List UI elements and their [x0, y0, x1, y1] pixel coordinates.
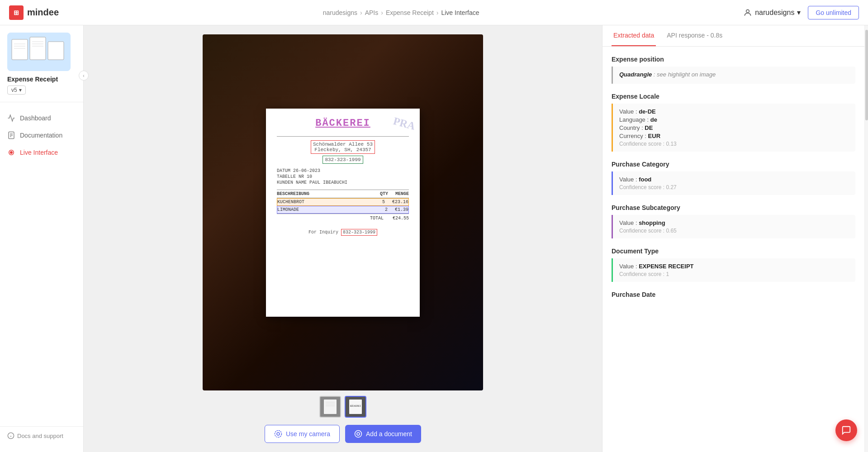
address-highlight: Schönwalder Allee 53 Fleckeby, SH, 24357: [311, 140, 375, 154]
locale-confidence: Confidence score : 0.13: [619, 141, 849, 147]
sidebar-item-dashboard[interactable]: Dashboard: [0, 109, 83, 127]
purchase-subcategory-title: Purchase Subcategory: [612, 204, 855, 211]
svg-rect-2: [12, 39, 28, 60]
item2-price: €1.39: [395, 207, 408, 212]
receipt-total: TOTAL €24.55: [277, 214, 409, 223]
expense-locale-title: Expense Locale: [612, 93, 855, 100]
col-beschreibung: BESCHREIBUNG: [277, 191, 309, 196]
version-label: v5: [11, 87, 17, 93]
item1-name: KUCHENBROT: [277, 200, 304, 205]
item2-name: LIMONADE: [277, 207, 299, 212]
main-layout: ‹ Expense Receipt v5: [0, 25, 868, 452]
thumbnail-2[interactable]: BÄCKEREI: [345, 396, 366, 418]
docs-support-link[interactable]: Docs and support: [7, 432, 76, 439]
svg-rect-4: [48, 42, 64, 60]
subcategory-value: Value : shopping: [619, 219, 849, 226]
expense-position-card: Quadrangle : see highlight on image: [612, 67, 855, 84]
expense-locale-card: Value : de-DE Language : de Country : DE…: [612, 104, 855, 152]
receipt-footer: For Inquiry 832-323-1999: [277, 230, 409, 235]
breadcrumb-sep-3: ›: [436, 9, 439, 16]
tab-api-response[interactable]: API response - 0.8s: [665, 25, 724, 46]
thumb-2-image: BÄCKEREI: [346, 397, 365, 417]
category-confidence: Confidence score : 0.27: [619, 184, 849, 190]
svg-rect-21: [324, 400, 337, 414]
header: ⊞ mindee narudesigns › APIs › Expense Re…: [0, 0, 868, 25]
category-value: Value : food: [619, 176, 849, 183]
image-thumbnails: BÄCKEREI: [319, 396, 366, 418]
breadcrumb-live-interface: Live Interface: [441, 9, 479, 16]
breadcrumb-expense-receipt[interactable]: Expense Receipt: [386, 9, 434, 16]
item1-qty: 5: [382, 200, 385, 205]
image-viewer: PRA BÄCKEREI Schönwalder Allee 53 Flecke…: [84, 25, 602, 452]
pra-stamp: PRA: [392, 115, 417, 133]
svg-point-31: [357, 433, 360, 435]
sidebar-footer: Docs and support: [0, 426, 83, 445]
phone-highlight: 832-323-1999: [323, 156, 363, 164]
section-document-type: Document Type Value : EXPENSE RECEIPT Co…: [612, 247, 855, 282]
panel-tabs: Extracted data API response - 0.8s: [602, 25, 864, 47]
use-camera-button[interactable]: Use my camera: [265, 425, 340, 443]
receipt-row-kuchenbrot: KUCHENBROT 5 €23.16: [277, 198, 409, 206]
receipt-info: DATUM 26-06-2023 TABELLE NR 10 KUNDEN NA…: [277, 168, 409, 185]
receipt-table-header: BESCHREIBUNG QTY MENGE: [277, 190, 409, 198]
receipt-row-limonade: LIMONADE 2 €1.39: [277, 206, 409, 214]
thumbnail-1[interactable]: [319, 396, 341, 418]
breadcrumb-narudesigns[interactable]: narudesigns: [323, 9, 357, 16]
locale-language: Language : de: [619, 116, 849, 123]
expense-position-title: Expense position: [612, 56, 855, 63]
sidebar: ‹ Expense Receipt v5: [0, 25, 84, 452]
receipt-address: Schönwalder Allee 53 Fleckeby, SH, 24357…: [277, 140, 409, 164]
breadcrumb-apis[interactable]: APIs: [365, 9, 379, 16]
info-icon: [7, 432, 14, 439]
section-purchase-date: Purchase Date: [612, 291, 855, 298]
total-label: TOTAL: [370, 216, 384, 221]
receipt-kunden: KUNDEN NAME PAUL IBEABUCHI: [277, 180, 409, 185]
username: narudesigns: [755, 9, 794, 17]
live-icon: [7, 148, 15, 157]
thumb-1-image: [320, 397, 340, 417]
dashboard-label: Dashboard: [20, 114, 51, 122]
right-scrollbar[interactable]: [864, 25, 868, 452]
chat-button[interactable]: [835, 419, 857, 441]
section-expense-position: Expense position Quadrangle : see highli…: [612, 56, 855, 84]
sidebar-item-live-interface[interactable]: Live Interface: [0, 144, 83, 161]
expense-position-value: Quadrangle : see highlight on image: [619, 71, 849, 78]
svg-point-15: [10, 152, 13, 154]
upload-icon: [354, 430, 362, 438]
item2-qty: 2: [385, 207, 388, 212]
sidebar-item-documentation[interactable]: Documentation: [0, 127, 83, 144]
chart-icon: [7, 114, 15, 122]
action-buttons: Use my camera Add a document: [265, 425, 421, 443]
receipt-divider-1: [277, 136, 409, 137]
total-value: €24.55: [393, 216, 409, 221]
logo-area: ⊞ mindee: [9, 5, 59, 20]
receipt-table: BESCHREIBUNG QTY MENGE KUCHENBROT 5 €23.…: [277, 190, 409, 223]
doctype-value: Value : EXPENSE RECEIPT: [619, 263, 849, 270]
svg-point-29: [275, 431, 282, 438]
svg-point-28: [277, 433, 280, 435]
user-menu[interactable]: narudesigns ▾: [743, 8, 801, 17]
locale-value: Value : de-DE: [619, 108, 849, 115]
add-document-button[interactable]: Add a document: [345, 425, 421, 443]
sidebar-nav: Dashboard Documentation Live Interface: [0, 102, 83, 426]
col-menge: MENGE: [395, 191, 409, 196]
sidebar-collapse-button[interactable]: ‹: [79, 71, 89, 81]
data-panel: Extracted data API response - 0.8s Expen…: [602, 25, 864, 452]
version-selector[interactable]: v5 ▾: [7, 86, 26, 95]
tab-extracted-data[interactable]: Extracted data: [612, 25, 656, 46]
header-right: narudesigns ▾ Go unlimited: [743, 6, 859, 19]
section-purchase-subcategory: Purchase Subcategory Value : shopping Co…: [612, 204, 855, 238]
main-content: PRA BÄCKEREI Schönwalder Allee 53 Flecke…: [84, 25, 868, 452]
documentation-label: Documentation: [20, 132, 62, 139]
go-unlimited-button[interactable]: Go unlimited: [808, 6, 859, 19]
user-icon: [743, 8, 752, 17]
receipt-background: PRA BÄCKEREI Schönwalder Allee 53 Flecke…: [203, 34, 483, 390]
breadcrumb: narudesigns › APIs › Expense Receipt › L…: [323, 9, 479, 16]
item1-price: €23.16: [392, 200, 408, 205]
svg-rect-3: [30, 37, 46, 60]
document-type-card: Value : EXPENSE RECEIPT Confidence score…: [612, 258, 855, 282]
breadcrumb-sep-2: ›: [381, 9, 383, 16]
receipt-datum: DATUM 26-06-2023: [277, 168, 409, 173]
panel-body: Expense position Quadrangle : see highli…: [602, 47, 864, 452]
scrollbar-thumb: [865, 30, 868, 120]
